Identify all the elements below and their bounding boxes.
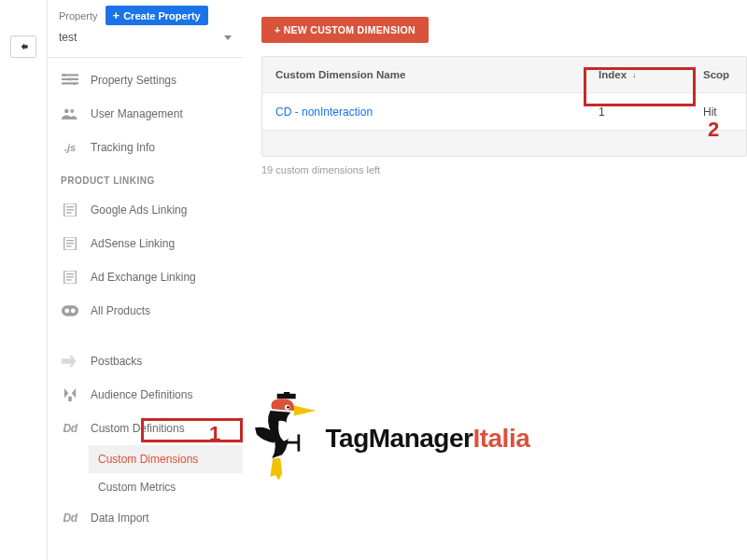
svg-rect-11 (66, 212, 71, 213)
create-property-button[interactable]: + Create Property (106, 6, 208, 25)
sidebar-item-label: Postbacks (91, 355, 142, 368)
table-row: CD - nonInteraction 1 Hit (262, 92, 746, 130)
sidebar-item-data-import[interactable]: Dd Data Import (48, 501, 243, 535)
svg-rect-14 (66, 243, 74, 244)
svg-rect-23 (68, 397, 72, 401)
sidebar-item-label: User Management (91, 107, 183, 120)
document-icon (61, 270, 79, 285)
settings-list-icon (61, 73, 79, 88)
back-arrow-icon (17, 40, 30, 53)
chevron-down-icon (224, 35, 232, 40)
svg-point-21 (64, 309, 69, 314)
svg-point-22 (71, 309, 76, 314)
sidebar-item-all-products[interactable]: All Products (48, 294, 243, 328)
property-label: Property (59, 10, 98, 21)
svg-rect-18 (66, 276, 74, 277)
sidebar-item-label: All Products (91, 304, 150, 317)
svg-point-6 (64, 109, 69, 114)
column-header-name[interactable]: Custom Dimension Name (262, 69, 589, 80)
dimension-name-link[interactable]: CD - nonInteraction (262, 105, 589, 119)
audience-icon (61, 387, 79, 402)
document-icon (61, 236, 79, 251)
tagmanageritalia-logo: TagManagerItalia (251, 392, 530, 485)
sidebar-item-property-settings[interactable]: Property Settings (48, 63, 243, 97)
svg-rect-19 (66, 279, 71, 280)
svg-point-7 (70, 109, 74, 113)
sidebar-item-tracking-info[interactable]: .js Tracking Info (48, 131, 243, 164)
section-header-product-linking: PRODUCT LINKING (48, 164, 243, 193)
svg-point-5 (73, 82, 76, 85)
logo-brand-b: Italia (472, 424, 529, 453)
divider (48, 57, 243, 58)
dimension-index-cell: 1 (589, 105, 694, 119)
sidebar-item-label: AdSense Linking (91, 237, 175, 250)
dimension-scope-cell: Hit (694, 105, 731, 119)
sidebar-item-label: Data Import (91, 511, 149, 525)
column-header-index[interactable]: Index ↓ (589, 69, 694, 80)
link-icon (61, 303, 79, 318)
sidebar-item-adsense-linking[interactable]: AdSense Linking (48, 227, 243, 260)
create-property-label: Create Property (123, 10, 201, 21)
plus-icon: + (113, 9, 120, 21)
sidebar-item-label: Tracking Info (91, 141, 155, 154)
sidebar-item-user-management[interactable]: User Management (48, 97, 243, 131)
logo-text: TagManagerItalia (326, 424, 530, 454)
sidebar-item-ad-exchange-linking[interactable]: Ad Exchange Linking (48, 260, 243, 294)
new-custom-dimension-button[interactable]: + NEW CUSTOM DIMENSION (261, 17, 429, 43)
svg-point-3 (63, 74, 66, 77)
sort-down-icon: ↓ (632, 70, 637, 79)
svg-rect-20 (62, 305, 78, 315)
svg-point-28 (287, 406, 289, 409)
table-header: Custom Dimension Name Index ↓ Scop (262, 57, 746, 92)
back-button[interactable] (10, 35, 36, 58)
document-icon (61, 203, 79, 217)
column-header-index-label: Index (599, 69, 627, 80)
sidebar-item-label: Google Ads Linking (91, 203, 187, 217)
sidebar-item-postbacks[interactable]: Postbacks (48, 344, 243, 378)
sidebar-item-label: Custom Definitions (91, 422, 185, 435)
svg-rect-29 (284, 441, 299, 444)
svg-rect-10 (66, 209, 74, 210)
sidebar-item-label: Property Settings (91, 74, 176, 87)
table-footer (262, 130, 746, 156)
postback-icon (61, 354, 79, 369)
property-selector[interactable]: test (48, 27, 243, 53)
sidebar-item-label: Ad Exchange Linking (91, 271, 196, 284)
dd-icon: Dd (61, 511, 79, 525)
svg-point-4 (69, 77, 72, 80)
svg-rect-30 (297, 434, 300, 451)
column-header-scope[interactable]: Scop (694, 69, 731, 80)
svg-rect-9 (66, 206, 74, 207)
new-button-label: + NEW CUSTOM DIMENSION (275, 24, 416, 35)
tracking-icon: .js (61, 140, 79, 155)
remaining-dimensions-text: 19 custom dimensions left (261, 164, 747, 175)
svg-marker-26 (294, 406, 317, 416)
annotation-1: 1 (209, 422, 220, 446)
sidebar-item-google-ads-linking[interactable]: Google Ads Linking (48, 193, 243, 227)
sidebar-subitem-custom-dimensions[interactable]: Custom Dimensions (89, 445, 243, 473)
svg-rect-25 (284, 392, 289, 396)
sidebar-item-audience-definitions[interactable]: Audience Definitions (48, 378, 243, 412)
dd-icon: Dd (61, 421, 79, 436)
annotation-2: 2 (708, 118, 719, 142)
svg-rect-17 (66, 273, 74, 274)
sidebar-item-label: Audience Definitions (91, 388, 192, 401)
users-icon (61, 106, 79, 121)
svg-rect-15 (66, 245, 71, 246)
dimensions-table: Custom Dimension Name Index ↓ Scop CD - … (261, 56, 747, 157)
sidebar: Property + Create Property test Property… (47, 0, 243, 560)
svg-rect-2 (62, 82, 78, 84)
selected-property-name: test (59, 31, 77, 44)
svg-rect-13 (66, 240, 74, 241)
woodpecker-icon (251, 392, 324, 485)
logo-brand-a: TagManager (326, 424, 473, 453)
sidebar-subitem-custom-metrics[interactable]: Custom Metrics (89, 473, 243, 501)
